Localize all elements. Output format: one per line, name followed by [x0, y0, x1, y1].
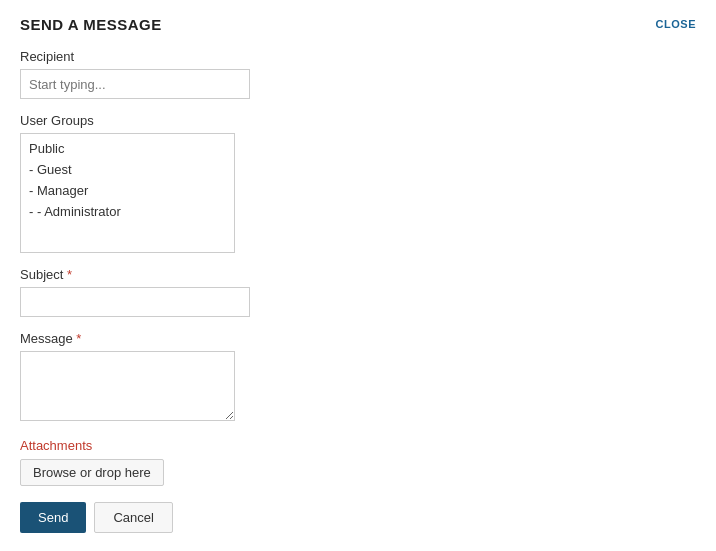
- recipient-group: Recipient: [20, 49, 696, 99]
- message-required-star: *: [73, 331, 82, 346]
- browse-button[interactable]: Browse or drop here: [20, 459, 164, 486]
- page-title: SEND A MESSAGE: [20, 16, 162, 33]
- cancel-button[interactable]: Cancel: [94, 502, 172, 533]
- action-buttons: Send Cancel: [20, 502, 696, 533]
- user-groups-list[interactable]: Public - Guest - Manager - - Administrat…: [20, 133, 235, 253]
- recipient-label: Recipient: [20, 49, 696, 64]
- list-item[interactable]: - Guest: [21, 159, 234, 180]
- subject-group: Subject *: [20, 267, 696, 317]
- message-textarea[interactable]: [20, 351, 235, 421]
- list-item[interactable]: - Manager: [21, 180, 234, 201]
- page-header: SEND A MESSAGE CLOSE: [20, 16, 696, 33]
- list-item[interactable]: Public: [21, 138, 234, 159]
- subject-input[interactable]: [20, 287, 250, 317]
- user-groups-label: User Groups: [20, 113, 696, 128]
- recipient-input[interactable]: [20, 69, 250, 99]
- attachments-label: Attachments: [20, 438, 696, 453]
- list-item[interactable]: - - Administrator: [21, 201, 234, 222]
- message-label: Message *: [20, 331, 696, 346]
- message-group: Message *: [20, 331, 696, 424]
- user-groups-group: User Groups Public - Guest - Manager - -…: [20, 113, 696, 253]
- send-button[interactable]: Send: [20, 502, 86, 533]
- subject-required-star: *: [63, 267, 72, 282]
- close-button[interactable]: CLOSE: [656, 18, 696, 30]
- subject-label: Subject *: [20, 267, 696, 282]
- attachments-group: Attachments Browse or drop here: [20, 438, 696, 486]
